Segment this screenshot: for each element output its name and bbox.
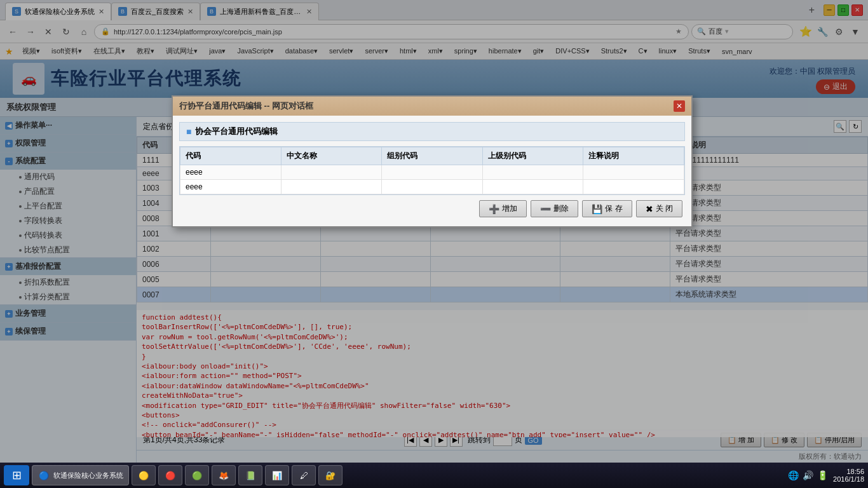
dialog-header: ■ 协会平台通用代码编辑 xyxy=(179,122,685,141)
dialog-title: 行协平台通用代码编辑 -- 网页对话框 xyxy=(179,100,313,112)
taskbar-app-icon: 🔵 xyxy=(37,469,50,482)
taskbar-right: 🌐 🔊 🔋 18:56 2016/1/18 xyxy=(788,468,864,483)
dialog-overlay: 行协平台通用代码编辑 -- 网页对话框 ✕ ■ 协会平台通用代码编辑 代码中文名… xyxy=(0,0,868,488)
battery-icon: 🔋 xyxy=(817,470,828,480)
dialog-table-wrapper: 代码中文名称组别代码上级别代码注释说明 eeeeeeee xyxy=(179,146,685,195)
network-icon: 🌐 xyxy=(788,470,799,480)
dialog-table-header-cell: 注释说明 xyxy=(583,147,684,165)
dialog-table: 代码中文名称组别代码上级别代码注释说明 eeeeeeee xyxy=(180,147,684,194)
dialog-table-cell xyxy=(482,180,583,194)
dialog-table-cell xyxy=(281,165,382,180)
dialog-btn-icon: ➖ xyxy=(540,204,551,214)
volume-icon: 🔊 xyxy=(803,470,813,480)
dialog-save-button[interactable]: 💾 保 存 xyxy=(582,200,632,217)
dialog-header-icon: ■ xyxy=(186,126,191,137)
taskbar-app-icon: 📊 xyxy=(271,469,283,482)
time-display: 18:56 xyxy=(833,468,864,475)
taskbar-app-icon: 📗 xyxy=(244,469,257,482)
taskbar-app-app7[interactable]: 📊 xyxy=(265,465,289,485)
dialog-table-body: eeeeeeee xyxy=(180,165,684,194)
taskbar-app-icon: 🖊 xyxy=(297,469,310,482)
date-display: 2016/1/18 xyxy=(833,475,864,483)
dialog-delete-button[interactable]: ➖ 删除 xyxy=(531,200,578,217)
dialog-content: ■ 协会平台通用代码编辑 代码中文名称组别代码上级别代码注释说明 eeeeeee… xyxy=(173,116,691,226)
windows-taskbar: ⊞ 🔵 软通保险核心业务系统🟡 🔴 🟢 🦊 📗 📊 🖊 🔐 🌐 🔊 🔋 18:5… xyxy=(0,463,868,488)
dialog-btn-label: 删除 xyxy=(553,203,569,214)
dialog-table-header-cell: 代码 xyxy=(180,147,281,165)
taskbar-app-icon: 🟡 xyxy=(137,469,150,482)
dialog-table-cell xyxy=(583,180,684,194)
taskbar-app-icon: 🔴 xyxy=(164,469,177,482)
dialog-table-row[interactable]: eeee xyxy=(180,165,684,180)
dialog-table-cell xyxy=(281,180,382,194)
dialog-footer: ➕ 增加➖ 删除💾 保 存✖ 关 闭 xyxy=(179,195,685,220)
taskbar-time: 18:56 2016/1/18 xyxy=(833,468,864,483)
taskbar-app-app4[interactable]: 🟢 xyxy=(185,465,209,485)
taskbar-app-icon: 🦊 xyxy=(217,469,230,482)
start-button[interactable]: ⊞ xyxy=(4,465,29,485)
taskbar-app-app9[interactable]: 🔐 xyxy=(318,465,342,485)
taskbar-app-app2[interactable]: 🟡 xyxy=(132,465,156,485)
taskbar-app-icon: 🟢 xyxy=(191,469,203,482)
dialog-table-cell: eeee xyxy=(180,165,281,180)
dialog-btn-icon: 💾 xyxy=(592,204,602,214)
dialog-table-cell xyxy=(382,180,483,194)
taskbar-app-app6[interactable]: 📗 xyxy=(238,465,262,485)
taskbar-app-app8[interactable]: 🖊 xyxy=(292,465,316,485)
taskbar-app-label: 软通保险核心业务系统 xyxy=(53,471,123,480)
taskbar-app-app3[interactable]: 🔴 xyxy=(158,465,182,485)
dialog-table-cell xyxy=(382,165,483,180)
dialog-table-cell: eeee xyxy=(180,180,281,194)
taskbar-app-app1[interactable]: 🔵 软通保险核心业务系统 xyxy=(32,465,129,485)
dialog-close-button[interactable]: ✕ xyxy=(674,100,685,112)
dialog-btn-icon: ➕ xyxy=(489,204,499,214)
dialog-table-header-cell: 中文名称 xyxy=(281,147,382,165)
dialog-table-row[interactable]: eeee xyxy=(180,180,684,194)
dialog-btn-label: 关 闭 xyxy=(656,203,673,214)
dialog: 行协平台通用代码编辑 -- 网页对话框 ✕ ■ 协会平台通用代码编辑 代码中文名… xyxy=(172,95,693,227)
taskbar-app-app5[interactable]: 🦊 xyxy=(212,465,236,485)
dialog-add-button[interactable]: ➕ 增加 xyxy=(479,200,527,217)
dialog-table-header: 代码中文名称组别代码上级别代码注释说明 xyxy=(180,147,684,165)
dialog-btn-icon: ✖ xyxy=(646,204,653,214)
system-tray: 🌐 🔊 🔋 xyxy=(788,470,828,480)
taskbar-app-icon: 🔐 xyxy=(324,469,337,482)
dialog-table-header-cell: 组别代码 xyxy=(382,147,483,165)
dialog-header-title: 协会平台通用代码编辑 xyxy=(195,126,278,137)
dialog-btn-label: 增加 xyxy=(502,203,517,214)
dialog-table-header-cell: 上级别代码 xyxy=(482,147,583,165)
dialog-close-button[interactable]: ✖ 关 闭 xyxy=(636,200,682,217)
dialog-table-cell xyxy=(482,165,583,180)
dialog-btn-label: 保 存 xyxy=(605,203,622,214)
dialog-table-cell xyxy=(583,165,684,180)
dialog-titlebar: 行协平台通用代码编辑 -- 网页对话框 ✕ xyxy=(173,97,691,116)
